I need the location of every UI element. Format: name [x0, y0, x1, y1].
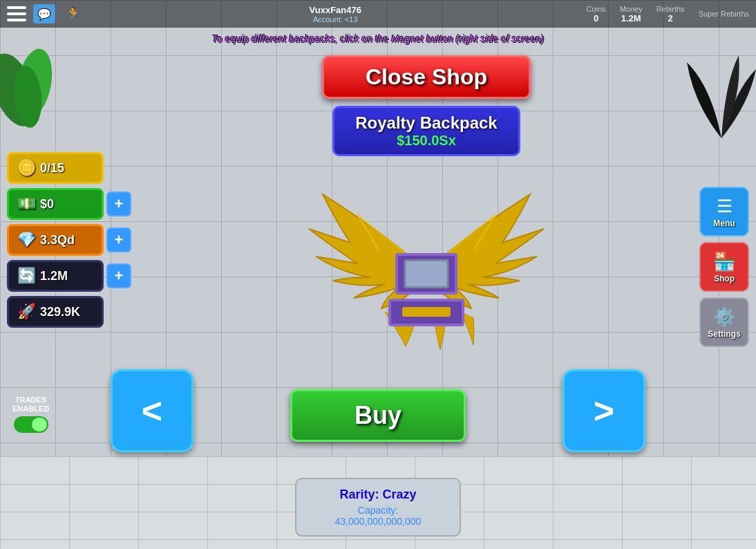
rarity-label: Rarity: Crazy: [317, 487, 439, 502]
gems-display: 3.3Qd: [40, 233, 75, 248]
stat-coins: Coins 0: [587, 5, 606, 24]
gems-row: 💎 3.3Qd +: [7, 224, 131, 256]
backpack-price: $150.0Sx: [355, 133, 497, 149]
boost-display: 329.9K: [40, 305, 80, 319]
nav-left-button[interactable]: <: [111, 369, 193, 452]
rarity-panel: Rarity: Crazy Capacity: 43,000,000,000,0…: [295, 478, 461, 537]
shop-label: Shop: [714, 274, 735, 283]
top-bar-stats: Coins 0 Money 1.2M Rebirths 2 Super Rebi…: [587, 5, 750, 24]
coins-pill: 🪙 0/15: [7, 152, 104, 184]
money-display: $0: [40, 197, 54, 212]
menu-label: Menu: [713, 218, 735, 228]
username: VuxxFan476: [310, 5, 361, 15]
capacity-value: 43,000,000,000,000: [317, 516, 439, 527]
hamburger-icon[interactable]: [7, 6, 26, 21]
stat-money: Money 1.2M: [620, 5, 643, 24]
backpack-detail: [402, 307, 451, 317]
gems-plus-button[interactable]: +: [106, 227, 131, 252]
settings-label: Settings: [708, 329, 740, 339]
stat-rebirths: Rebirths 2: [656, 5, 685, 24]
settings-button[interactable]: ⚙️ Settings: [699, 297, 749, 347]
backpack-screen: [404, 259, 449, 288]
money-row: 💵 $0 +: [7, 188, 131, 220]
toggle-knob: [32, 418, 47, 431]
backpack-bottom: [388, 299, 464, 326]
money-label: Money: [620, 5, 643, 13]
player-icon[interactable]: 🏃: [62, 4, 84, 24]
rebirths-row: 🔄 1.2M +: [7, 260, 131, 292]
hint-text: To equip different backpacks, click on t…: [0, 33, 756, 44]
boost-icon: 🚀: [17, 303, 36, 321]
chat-button[interactable]: 💬: [33, 4, 55, 24]
backpack-top: [395, 253, 457, 295]
shop-icon: 🏪: [713, 251, 735, 272]
capacity-label: Capacity:: [317, 505, 439, 516]
nav-right-button[interactable]: >: [563, 369, 645, 452]
coins-row: 🪙 0/15: [7, 152, 131, 184]
shop-button[interactable]: 🏪 Shop: [699, 242, 749, 292]
buy-button[interactable]: Buy: [290, 389, 466, 442]
coins-label: Coins: [587, 5, 606, 13]
trades-section: TRADESENABLED: [12, 396, 49, 433]
money-pill: 💵 $0: [7, 188, 104, 220]
backpack-name-panel: Royalty Backpack $150.0Sx: [332, 106, 520, 156]
backpack-body: [392, 253, 461, 329]
account-info: Account: <13: [313, 15, 358, 24]
settings-icon: ⚙️: [713, 306, 735, 328]
rebirths-icon: 🔄: [17, 267, 36, 285]
top-bar: 💬 🏃 VuxxFan476 Account: <13 Coins 0 Mone…: [0, 0, 756, 28]
super-rebirths-label: Super Rebirths: [699, 10, 749, 18]
rebirths-label: Rebirths: [656, 5, 685, 13]
gems-pill: 💎 3.3Qd: [7, 224, 104, 256]
boost-row: 🚀 329.9K: [7, 296, 131, 328]
coins-value: 0: [594, 13, 598, 24]
menu-button[interactable]: ☰ Menu: [699, 187, 749, 236]
plant-left: [0, 48, 62, 152]
trades-toggle[interactable]: [14, 416, 48, 433]
rebirths-plus-button[interactable]: +: [106, 263, 131, 288]
right-sidebar: ☰ Menu 🏪 Shop ⚙️ Settings: [699, 187, 749, 347]
close-shop-button[interactable]: Close Shop: [322, 55, 531, 99]
top-bar-left: 💬 🏃: [7, 4, 84, 24]
coins-display: 0/15: [40, 161, 64, 176]
money-icon: 💵: [17, 195, 36, 213]
trades-label: TRADESENABLED: [12, 396, 49, 413]
backpack-name: Royalty Backpack: [355, 113, 497, 133]
boost-pill: 🚀 329.9K: [7, 296, 104, 328]
backpack-visual: [295, 167, 558, 388]
nav-right-arrow: >: [594, 390, 614, 431]
rebirths-value: 2: [668, 13, 673, 24]
rebirths-display: 1.2M: [40, 269, 68, 283]
stat-super-rebirths: Super Rebirths: [699, 10, 749, 18]
gems-icon: 💎: [17, 231, 36, 249]
money-plus-button[interactable]: +: [106, 192, 131, 216]
rebirths-pill: 🔄 1.2M: [7, 260, 104, 292]
money-value: 1.2M: [621, 13, 641, 24]
menu-icon: ☰: [717, 196, 733, 217]
coins-icon: 🪙: [17, 159, 36, 177]
nav-left-arrow: <: [142, 390, 162, 431]
left-sidebar: 🪙 0/15 💵 $0 + 💎 3.3Qd + 🔄 1.2M + 🚀 329.9…: [7, 152, 131, 328]
player-info: VuxxFan476 Account: <13: [310, 5, 361, 24]
